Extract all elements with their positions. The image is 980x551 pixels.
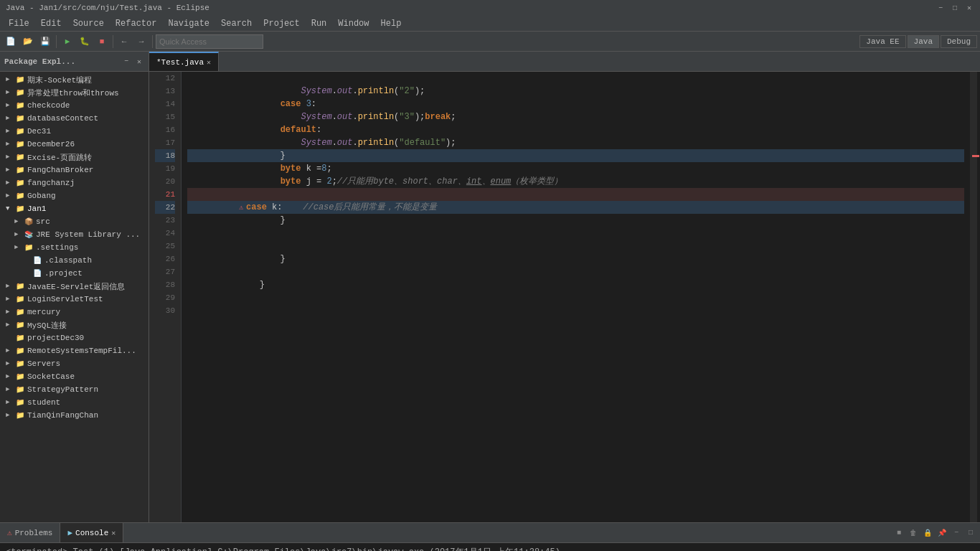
tab-problems[interactable]: ⚠ Problems [0, 523, 60, 542]
tree-item-loginservlet[interactable]: ► 📁 LoginServletTest [0, 293, 149, 306]
menu-run[interactable]: Run [306, 17, 333, 30]
menu-edit[interactable]: Edit [35, 17, 67, 30]
tree-item-database[interactable]: ► 📁 databaseContect [0, 112, 149, 125]
editor-tab-testjava[interactable]: *Test.java ✕ [149, 52, 219, 71]
tree-item-project[interactable]: ► 📄 .project [0, 267, 149, 280]
new-button[interactable]: 📄 [3, 34, 19, 50]
package-explorer: Package Expl... − ✕ ► 📁 期末-Socket编程 ► 📁 … [0, 52, 149, 522]
bottom-panel: ⚠ Problems ▶ Console ✕ ■ 🗑 🔒 📌 − □ <term… [0, 522, 980, 551]
line-num-16: 16 [155, 123, 175, 136]
perspective-javaee[interactable]: Java EE [859, 35, 905, 48]
pkg-close-button[interactable]: ✕ [134, 57, 144, 67]
open-button[interactable]: 📂 [20, 34, 36, 50]
close-button[interactable]: ✕ [964, 3, 974, 13]
debug-button[interactable]: 🐛 [77, 34, 93, 50]
line-num-23: 23 [155, 214, 175, 227]
tree-label: LoginServletTest [27, 295, 103, 303]
title-bar: Java - Jan1/src/com/nju/Test.java - Ecli… [0, 0, 980, 16]
tree-item-jre[interactable]: ► 📚 JRE System Library ... [0, 228, 149, 241]
line-num-26: 26 [155, 253, 175, 265]
project-icon: 📁 [14, 358, 26, 369]
tree-label: SocketCase [27, 372, 75, 381]
tree-item-socketcase[interactable]: ► 📁 SocketCase [0, 370, 149, 383]
tab-console[interactable]: ▶ Console ✕ [60, 523, 123, 542]
line-num-19: 19 [155, 162, 175, 175]
run-button[interactable]: ▶ [60, 34, 75, 50]
menu-project[interactable]: Project [258, 17, 305, 30]
tree-item-servers[interactable]: ► 📁 Servers [0, 357, 149, 370]
editor-main[interactable]: 12 13 14 15 16 17 18 19 20 21 22 23 24 2… [149, 72, 980, 522]
tree-item-javaee[interactable]: ► 📁 JavaEE-Servlet返回信息 [0, 280, 149, 293]
console-tab-close[interactable]: ✕ [111, 529, 116, 537]
console-stop-button[interactable]: ■ [892, 527, 905, 540]
code-line-28 [187, 278, 964, 291]
pkg-collapse-button[interactable]: − [121, 57, 131, 67]
line-num-27: 27 [155, 265, 175, 278]
menu-navigate[interactable]: Navigate [162, 17, 215, 30]
code-line-25: } [187, 240, 964, 253]
next-edit-button[interactable]: → [133, 34, 149, 50]
tab-close-button[interactable]: ✕ [207, 58, 211, 67]
tree-item-socket[interactable]: ► 📁 期末-Socket编程 [0, 73, 149, 86]
tree-item-gobang[interactable]: ► 📁 Gobang [0, 189, 149, 202]
maximize-button[interactable]: □ [950, 3, 960, 13]
perspective-java[interactable]: Java [908, 35, 939, 48]
arrow-icon: ► [6, 283, 13, 290]
arrow-icon: ► [6, 192, 13, 199]
menu-source[interactable]: Source [67, 17, 110, 30]
toolbar-separator-1 [56, 35, 57, 48]
arrow-icon: ► [6, 89, 13, 96]
code-line-24 [187, 227, 964, 240]
problems-tab-label: Problems [15, 529, 53, 537]
tree-item-src[interactable]: ► 📦 src [0, 215, 149, 228]
tree-label: fangchanzj [27, 179, 75, 187]
save-button[interactable]: 💾 [37, 34, 53, 50]
tree-item-tianqin[interactable]: ► 📁 TianQinFangChan [0, 409, 149, 422]
code-editor[interactable]: System.out.println("2"); case 3: System.… [182, 72, 970, 522]
tree-item-strategy[interactable]: ► 📁 StrategyPattern [0, 383, 149, 396]
menu-help[interactable]: Help [375, 17, 407, 30]
tree-label: student [27, 398, 60, 407]
tree-label: 期末-Socket编程 [27, 75, 92, 85]
menu-search[interactable]: Search [215, 17, 258, 30]
console-scroll-lock-button[interactable]: 🔒 [921, 527, 934, 540]
tree-item-excise[interactable]: ► 📁 Excise-页面跳转 [0, 151, 149, 164]
tree-item-checkcode[interactable]: ► 📁 checkcode [0, 99, 149, 112]
tree-item-fangchanzj[interactable]: ► 📁 fangchanzj [0, 176, 149, 189]
stop-button[interactable]: ■ [94, 34, 110, 50]
line-num-29: 29 [155, 291, 175, 304]
editor-tabs: *Test.java ✕ [149, 52, 980, 72]
tree-item-fangchanbroker[interactable]: ► 📁 FangChanBroker [0, 164, 149, 176]
menu-window[interactable]: Window [332, 17, 374, 30]
menu-file[interactable]: File [3, 17, 35, 30]
quick-access-input[interactable] [156, 34, 263, 49]
pkg-header-buttons: − ✕ [121, 57, 144, 67]
arrow-icon: ► [6, 347, 13, 354]
console-maximize-button[interactable]: □ [964, 527, 977, 540]
tree-item-jan1[interactable]: ▼ 📁 Jan1 [0, 202, 149, 215]
console-minimize-button[interactable]: − [950, 527, 963, 540]
tree-label: .classpath [44, 256, 92, 265]
package-tree[interactable]: ► 📁 期末-Socket编程 ► 📁 异常处理throw和throws ► 📁… [0, 72, 149, 522]
tree-item-mercury[interactable]: ► 📁 mercury [0, 306, 149, 319]
tree-item-mysql[interactable]: ► 📁 MySQL连接 [0, 319, 149, 331]
tree-label: Jan1 [27, 204, 46, 213]
code-line-23 [187, 214, 964, 227]
tree-item-classpath[interactable]: ► 📄 .classpath [0, 254, 149, 267]
console-clear-button[interactable]: 🗑 [907, 527, 920, 540]
tree-item-remote[interactable]: ► 📁 RemoteSystemsTempFil... [0, 344, 149, 357]
tree-item-throws[interactable]: ► 📁 异常处理throw和throws [0, 86, 149, 99]
console-pin-button[interactable]: 📌 [936, 527, 948, 540]
tree-item-settings[interactable]: ► 📁 .settings [0, 241, 149, 254]
tree-item-projectdec30[interactable]: ► 📁 projectDec30 [0, 331, 149, 344]
perspective-debug[interactable]: Debug [941, 35, 977, 48]
src-icon: 📦 [23, 216, 34, 227]
minimize-button[interactable]: − [936, 3, 946, 13]
prev-edit-button[interactable]: ← [116, 34, 132, 50]
console-terminated-line: <terminated> Test (1) [Java Application]… [6, 546, 974, 551]
menu-refactor[interactable]: Refactor [110, 17, 163, 30]
tree-item-dec31[interactable]: ► 📁 Dec31 [0, 125, 149, 138]
tree-item-dec26[interactable]: ► 📁 December26 [0, 138, 149, 151]
tree-item-student[interactable]: ► 📁 student [0, 396, 149, 409]
tree-label: Gobang [27, 192, 56, 200]
